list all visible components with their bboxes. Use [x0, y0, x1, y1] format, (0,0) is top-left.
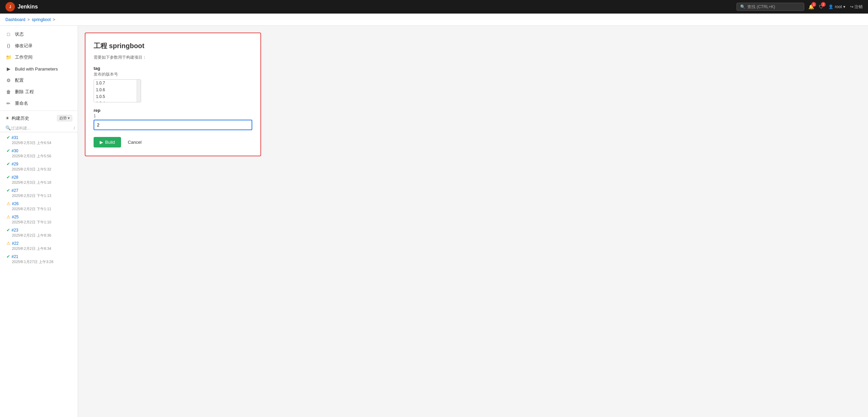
build-panel-subtitle: 需要如下参数用于构建项目：	[94, 55, 252, 60]
breadcrumb: Dashboard > springboot >	[0, 14, 868, 26]
sidebar-label-delete: 删除 工程	[15, 89, 34, 95]
tag-select-scrollbar[interactable]	[137, 80, 141, 102]
breadcrumb-sep1: >	[27, 17, 30, 22]
build-status-icon: ✔	[6, 188, 10, 193]
trend-label: 趋势	[59, 116, 67, 120]
build-number[interactable]: ✔ #30	[6, 148, 72, 153]
param-rep-section: rep 1	[94, 108, 252, 130]
sidebar-item-delete[interactable]: 🗑 删除 工程	[0, 86, 78, 98]
build-date: 2025年2月2日 上午8:36	[6, 233, 72, 238]
breadcrumb-project[interactable]: springboot	[32, 17, 51, 22]
cancel-button[interactable]: Cancel	[124, 137, 145, 147]
tag-option-4[interactable]: 1.0.7	[94, 80, 141, 86]
build-date: 2025年2月3日 上午6:54	[6, 140, 72, 145]
build-number[interactable]: ⚠ #26	[6, 201, 72, 206]
build-status-icon: ✔	[6, 254, 10, 259]
user-dropdown-icon: ▾	[843, 4, 845, 9]
build-list-item: ⚠ #26 2025年2月2日 下午1:11	[0, 200, 78, 213]
build-date: 2025年2月3日 上午5:32	[6, 167, 72, 172]
build-number[interactable]: ⚠ #25	[6, 214, 72, 219]
build-panel-title: 工程 springboot	[94, 41, 252, 51]
trend-badge[interactable]: 趋势 ▾	[57, 115, 72, 121]
sidebar-label-build-with-params: Build with Parameters	[15, 66, 58, 72]
build-history-label: 构建历史	[12, 115, 29, 121]
build-date: 2025年2月2日 下午1:13	[6, 193, 72, 198]
build-date: 2025年1月27日 上午3:28	[6, 259, 72, 264]
sidebar-item-build-with-params[interactable]: ▶ Build with Parameters	[0, 63, 78, 75]
user-icon: 👤	[828, 4, 833, 9]
build-status-icon: ⚠	[6, 241, 11, 246]
main-layout: □ 状态 ⟨⟩ 修改记录 📁 工作空间 ▶ Build with Paramet…	[0, 26, 868, 417]
shield-badge: 2	[821, 2, 826, 7]
build-status-icon: ✔	[6, 135, 10, 140]
logout-button[interactable]: ↪ 注销	[850, 4, 863, 10]
navbar-icons: 🔔 1 🛡 2 👤 root ▾ ↪ 注销	[808, 4, 863, 10]
build-list-item: ✔ #23 2025年2月2日 上午8:36	[0, 226, 78, 239]
build-number[interactable]: ✔ #29	[6, 161, 72, 166]
search-box[interactable]: 🔍	[736, 3, 804, 11]
breadcrumb-sep2: >	[53, 17, 55, 22]
build-history-header: ☀ 构建历史 趋势 ▾	[0, 112, 78, 124]
param-tag-desc: 发布的版本号	[94, 72, 252, 77]
param-rep-default: 1	[94, 114, 252, 118]
shield-icon[interactable]: 🛡 2	[819, 4, 824, 9]
content-area: 工程 springboot 需要如下参数用于构建项目： tag 发布的版本号 1…	[78, 26, 868, 417]
sidebar: □ 状态 ⟨⟩ 修改记录 📁 工作空间 ▶ Build with Paramet…	[0, 26, 78, 417]
sidebar-icon-build-with-params: ▶	[5, 66, 12, 72]
jenkins-logo-icon: J	[5, 2, 15, 12]
navbar: J Jenkins 🔍 🔔 1 🛡 2 👤 root ▾ ↪ 注销	[0, 0, 868, 14]
sidebar-item-config[interactable]: ⚙ 配置	[0, 75, 78, 86]
build-number[interactable]: ✔ #23	[6, 227, 72, 233]
build-list-item: ✔ #29 2025年2月3日 上午5:32	[0, 160, 78, 173]
sidebar-icon-status: □	[5, 31, 12, 37]
filter-shortcut-label: /	[74, 125, 75, 131]
button-row: ▶ Build Cancel	[94, 137, 252, 147]
tag-option-2[interactable]: 1.0.5	[94, 93, 141, 100]
build-play-icon: ▶	[100, 140, 103, 145]
build-number[interactable]: ⚠ #22	[6, 241, 72, 246]
build-button[interactable]: ▶ Build	[94, 137, 121, 147]
build-date: 2025年2月3日 上午5:18	[6, 180, 72, 185]
param-rep-input[interactable]	[94, 120, 252, 130]
build-number[interactable]: ✔ #31	[6, 135, 72, 140]
sidebar-item-changelog[interactable]: ⟨⟩ 修改记录	[0, 40, 78, 52]
build-date: 2025年2月2日 下午1:10	[6, 220, 72, 225]
param-rep-label: rep	[94, 108, 252, 113]
sidebar-icon-changelog: ⟨⟩	[5, 43, 12, 49]
sidebar-divider	[0, 111, 78, 111]
logout-icon: ↪	[850, 4, 853, 9]
build-number[interactable]: ✔ #28	[6, 175, 72, 180]
build-list-item: ✔ #30 2025年2月3日 上午5:56	[0, 147, 78, 160]
jenkins-logo-text: Jenkins	[18, 4, 38, 10]
build-status-icon: ✔	[6, 227, 10, 233]
build-status-icon: ✔	[6, 161, 10, 166]
build-button-label: Build	[105, 140, 115, 145]
sidebar-item-status[interactable]: □ 状态	[0, 28, 78, 40]
sidebar-label-config: 配置	[15, 77, 24, 83]
build-number[interactable]: ✔ #21	[6, 254, 72, 259]
param-tag-section: tag 发布的版本号 1.0.71.0.61.0.51.0.41.0.3	[94, 66, 252, 102]
sidebar-item-rename[interactable]: ✏ 重命名	[0, 98, 78, 109]
build-status-icon: ⚠	[6, 201, 11, 206]
build-date: 2025年2月2日 上午8:34	[6, 246, 72, 251]
tag-option-3[interactable]: 1.0.6	[94, 86, 141, 93]
search-input[interactable]	[747, 4, 798, 9]
user-label: root	[835, 4, 842, 9]
sidebar-item-workspace[interactable]: 📁 工作空间	[0, 52, 78, 63]
sidebar-label-workspace: 工作空间	[15, 54, 33, 60]
sidebar-label-changelog: 修改记录	[15, 43, 33, 49]
tag-option-1[interactable]: 1.0.4	[94, 100, 141, 102]
build-number[interactable]: ✔ #27	[6, 188, 72, 193]
user-menu[interactable]: 👤 root ▾	[828, 4, 845, 9]
sun-icon: ☀	[5, 116, 9, 121]
sidebar-label-status: 状态	[15, 31, 24, 37]
build-status-icon: ✔	[6, 148, 10, 153]
trend-dropdown-icon: ▾	[68, 116, 70, 120]
jenkins-logo: J Jenkins	[5, 2, 38, 12]
search-icon: 🔍	[740, 4, 745, 9]
build-list-item: ⚠ #25 2025年2月2日 下午1:10	[0, 213, 78, 226]
param-tag-select[interactable]: 1.0.71.0.61.0.51.0.41.0.3	[94, 79, 141, 102]
notification-bell[interactable]: 🔔 1	[808, 4, 814, 9]
breadcrumb-dashboard[interactable]: Dashboard	[5, 17, 25, 22]
filter-builds-input[interactable]	[11, 126, 74, 131]
